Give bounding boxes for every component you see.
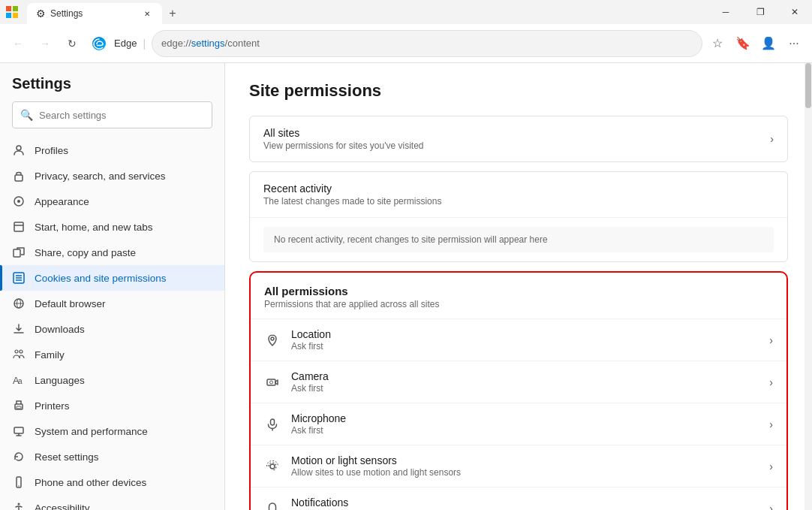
sidebar-item-languages[interactable]: Aa Languages xyxy=(0,367,224,393)
sidebar-item-label: Downloads xyxy=(35,324,85,335)
sidebar-item-downloads[interactable]: Downloads xyxy=(0,316,224,342)
profile-button[interactable]: 👤 xyxy=(756,32,780,56)
motion-sensors-status: Allow sites to use motion and light sens… xyxy=(291,467,759,478)
sidebar-item-phone[interactable]: Phone and other devices xyxy=(0,469,224,495)
camera-icon xyxy=(264,374,281,391)
permission-camera[interactable]: Camera Ask first › xyxy=(251,361,786,403)
permission-microphone[interactable]: Microphone Ask first › xyxy=(251,403,786,445)
permission-location[interactable]: Location Ask first › xyxy=(251,318,786,361)
svg-rect-11 xyxy=(14,249,20,257)
forward-button[interactable]: → xyxy=(33,32,57,56)
motion-sensors-name: Motion or light sensors xyxy=(291,454,759,466)
sidebar-item-printers[interactable]: Printers xyxy=(0,393,224,418)
all-sites-text: All sites View permissions for sites you… xyxy=(263,127,770,151)
more-button[interactable]: ··· xyxy=(782,32,806,56)
titlebar-left: ⚙ Settings ✕ + xyxy=(0,0,708,24)
notifications-chevron: › xyxy=(769,502,773,511)
sidebar-item-accessibility[interactable]: Accessibility xyxy=(0,495,224,510)
collections-button[interactable]: 🔖 xyxy=(731,32,755,56)
permission-motion-sensors[interactable]: Motion or light sensors Allow sites to u… xyxy=(251,445,786,487)
languages-icon: Aa xyxy=(12,373,26,387)
sidebar-item-privacy[interactable]: Privacy, search, and services xyxy=(0,163,224,189)
recent-activity-card: Recent activity The latest changes made … xyxy=(249,171,788,262)
motion-sensors-text: Motion or light sensors Allow sites to u… xyxy=(291,454,759,478)
sidebar-item-label: Appearance xyxy=(35,196,89,207)
minimize-button[interactable]: ─ xyxy=(708,0,743,24)
scrollbar-thumb[interactable] xyxy=(805,63,811,108)
edge-logo xyxy=(92,36,107,51)
svg-rect-3 xyxy=(13,13,18,18)
all-sites-card: All sites View permissions for sites you… xyxy=(249,116,788,162)
svg-point-31 xyxy=(18,503,20,505)
main-layout: Settings 🔍 Profiles Privacy, search, and… xyxy=(0,63,812,510)
all-sites-row[interactable]: All sites View permissions for sites you… xyxy=(250,116,787,161)
all-permissions-card: All permissions Permissions that are app… xyxy=(249,271,788,510)
active-tab[interactable]: ⚙ Settings ✕ xyxy=(27,3,162,24)
recent-activity-text: Recent activity The latest changes made … xyxy=(263,183,774,207)
svg-rect-26 xyxy=(14,427,23,433)
tab-close-button[interactable]: ✕ xyxy=(141,8,153,20)
permissions-title: All permissions xyxy=(264,285,773,297)
permissions-header: All permissions Permissions that are app… xyxy=(251,285,786,318)
favorites-button[interactable]: ☆ xyxy=(705,32,729,56)
sidebar-item-appearance[interactable]: Appearance xyxy=(0,189,224,214)
url-protocol: edge:// xyxy=(161,38,191,49)
sidebar-item-label: Privacy, search, and services xyxy=(35,171,166,182)
sidebar-item-start-home[interactable]: Start, home, and new tabs xyxy=(0,214,224,240)
restore-button[interactable]: ❐ xyxy=(743,0,777,24)
sidebar-item-label: Reset settings xyxy=(35,451,99,463)
svg-point-38 xyxy=(270,464,275,469)
url-path: settings xyxy=(191,38,225,49)
svg-rect-6 xyxy=(15,175,23,181)
addressbar: ← → ↻ Edge | edge://settings/content ☆ 🔖… xyxy=(0,24,812,63)
new-tab-button[interactable]: + xyxy=(162,3,183,24)
edge-label: Edge xyxy=(114,38,137,49)
close-button[interactable]: ✕ xyxy=(777,0,812,24)
sidebar-item-profiles[interactable]: Profiles xyxy=(0,137,224,163)
motion-sensors-chevron: › xyxy=(769,460,773,472)
location-chevron: › xyxy=(769,334,773,346)
location-status: Ask first xyxy=(291,341,759,352)
url-rest: /content xyxy=(225,38,260,49)
all-sites-chevron: › xyxy=(770,133,774,145)
back-button[interactable]: ← xyxy=(6,32,30,56)
sidebar-item-reset[interactable]: Reset settings xyxy=(0,444,224,469)
refresh-button[interactable]: ↻ xyxy=(60,32,84,56)
page-title: Site permissions xyxy=(249,81,788,101)
recent-activity-body: No recent activity, recent changes to si… xyxy=(250,217,787,261)
camera-name: Camera xyxy=(291,370,759,382)
recent-activity-subtitle: The latest changes made to site permissi… xyxy=(263,196,774,207)
privacy-icon xyxy=(12,169,26,183)
sidebar-item-label: Accessibility xyxy=(35,502,90,511)
share-copy-icon xyxy=(12,246,26,259)
sidebar-item-cookies[interactable]: Cookies and site permissions xyxy=(0,265,224,291)
scrollbar[interactable] xyxy=(804,63,812,510)
sidebar-item-label: Start, home, and new tabs xyxy=(35,222,153,233)
downloads-icon xyxy=(12,322,26,336)
tab-settings-icon: ⚙ xyxy=(36,8,46,20)
cookies-icon xyxy=(12,271,26,285)
sidebar-item-label: Family xyxy=(35,349,65,361)
recent-activity-header: Recent activity The latest changes made … xyxy=(250,172,787,217)
tab-label: Settings xyxy=(50,8,83,19)
svg-rect-0 xyxy=(6,6,11,11)
appearance-icon xyxy=(12,195,26,208)
settings-search-box[interactable]: 🔍 xyxy=(12,101,212,128)
family-icon xyxy=(12,348,26,361)
default-browser-icon xyxy=(12,297,26,310)
search-input[interactable] xyxy=(39,110,204,121)
sidebar-item-family[interactable]: Family xyxy=(0,342,224,367)
sidebar-item-default-browser[interactable]: Default browser xyxy=(0,291,224,316)
svg-text:a: a xyxy=(18,377,23,385)
sidebar-item-system[interactable]: System and performance xyxy=(0,418,224,444)
notifications-name: Notifications xyxy=(291,496,759,508)
microphone-name: Microphone xyxy=(291,412,759,424)
sidebar-item-share-copy[interactable]: Share, copy and paste xyxy=(0,240,224,265)
location-icon xyxy=(264,332,281,349)
sidebar-item-label: Phone and other devices xyxy=(35,477,146,488)
system-icon xyxy=(12,424,26,438)
address-bar-input[interactable]: edge://settings/content xyxy=(152,30,702,57)
location-name: Location xyxy=(291,328,759,340)
permission-notifications[interactable]: Notifications Ask first › xyxy=(251,487,786,510)
titlebar-controls: ─ ❐ ✕ xyxy=(708,0,812,24)
